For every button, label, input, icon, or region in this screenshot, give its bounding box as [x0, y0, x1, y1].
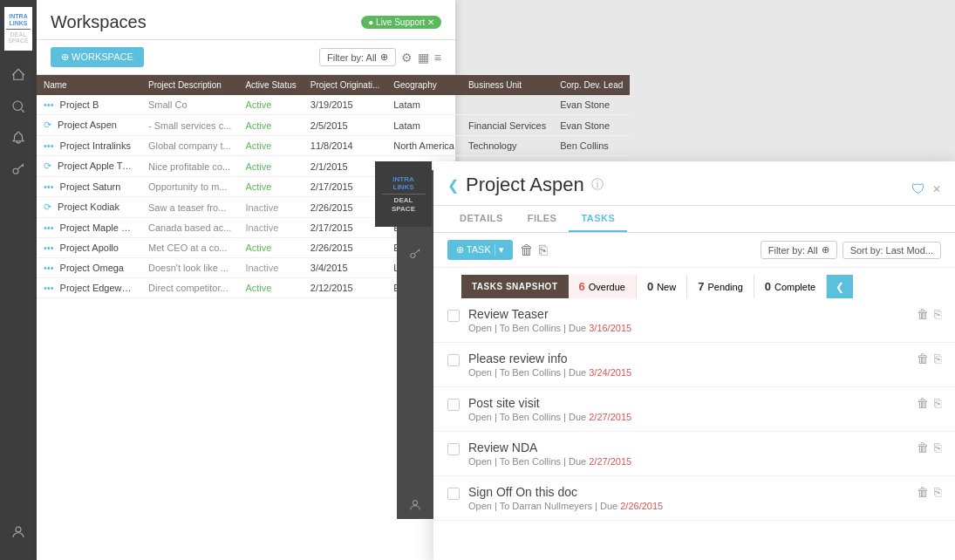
task-name: Review NDA: [468, 440, 908, 454]
rs-user-icon[interactable]: [401, 491, 429, 519]
cell-date: 2/26/2015: [304, 238, 386, 258]
task-meta: Open | To Ben Collins | Due 3/16/2015: [468, 323, 908, 333]
task-delete-icon[interactable]: 🗑: [917, 396, 929, 410]
project-tabs: DETAILS FILES TASKS: [433, 206, 955, 233]
cell-geo: North America: [386, 136, 461, 156]
tab-files[interactable]: FILES: [515, 206, 570, 232]
cell-status: Inactive: [238, 218, 303, 238]
user-icon[interactable]: [4, 518, 32, 546]
grid-icon[interactable]: ▦: [418, 51, 429, 65]
copy-icon[interactable]: ⎘: [539, 242, 548, 258]
live-support-badge[interactable]: ● Live Support ✕: [361, 16, 441, 29]
project-panel: ❮ Project Aspen ⓘ 🛡 ✕ DETAILS FILES TASK…: [433, 161, 955, 560]
add-workspace-button[interactable]: ⊕ WORKSPACE: [51, 47, 144, 67]
cell-date: 2/5/2015: [304, 115, 386, 136]
bell-icon[interactable]: [4, 124, 32, 152]
svg-point-8: [411, 253, 415, 257]
task-snapshot: TASKS SNAPSHOT 6 Overdue 0 New 7 Pending…: [447, 275, 941, 298]
task-meta: Open | To Ben Collins | Due 2/27/2015: [468, 456, 908, 467]
col-name: Name: [37, 75, 141, 95]
rs-key-icon[interactable]: [401, 240, 429, 268]
cell-status: Active: [238, 238, 303, 258]
task-checkbox[interactable]: [447, 399, 460, 411]
cell-desc: Global company t...: [141, 136, 238, 156]
table-row[interactable]: ••• Project Intralinks Global company t.…: [37, 136, 630, 156]
cell-date: 2/12/2015: [304, 278, 386, 298]
col-status: Active Status: [238, 75, 303, 95]
trash-icon[interactable]: 🗑: [520, 242, 534, 258]
task-delete-icon[interactable]: 🗑: [917, 352, 929, 365]
task-copy-icon[interactable]: ⎘: [934, 307, 941, 321]
col-lead: Corp. Dev. Lead: [553, 75, 630, 95]
cell-desc: - Small services c...: [141, 115, 238, 136]
cell-bu: [461, 95, 553, 115]
task-delete-icon[interactable]: 🗑: [917, 307, 929, 321]
tab-details[interactable]: DETAILS: [447, 206, 515, 232]
cell-date: 11/8/2014: [304, 136, 386, 156]
info-icon[interactable]: ⓘ: [591, 177, 604, 193]
tab-tasks[interactable]: TASKS: [569, 206, 627, 232]
task-list: Review Teaser Open | To Ben Collins | Du…: [433, 298, 955, 560]
key-icon[interactable]: [4, 155, 32, 183]
task-copy-icon[interactable]: ⎘: [934, 352, 941, 365]
task-copy-icon[interactable]: ⎘: [934, 440, 941, 454]
cell-date: 2/1/2015: [304, 156, 386, 177]
task-snapshot-wrapper: TASKS SNAPSHOT 6 Overdue 0 New 7 Pending…: [433, 268, 955, 298]
task-checkbox[interactable]: [447, 488, 460, 500]
back-button[interactable]: ❮: [447, 177, 459, 194]
task-name: Sign Off On this doc: [468, 485, 908, 499]
task-delete-icon[interactable]: 🗑: [917, 485, 929, 499]
snapshot-complete: 0 Complete: [754, 275, 827, 298]
cell-name: ••• Project B: [37, 95, 141, 115]
task-sort-select[interactable]: Sort by: Last Mod...: [842, 242, 941, 259]
cell-status: Active: [238, 278, 303, 298]
task-checkbox[interactable]: [447, 443, 460, 455]
cell-status: Inactive: [238, 197, 303, 218]
task-name: Post site visit: [468, 396, 908, 410]
col-geo: Geography: [386, 75, 461, 95]
close-icon[interactable]: ✕: [932, 183, 941, 195]
new-count: 0: [647, 280, 653, 293]
task-delete-icon[interactable]: 🗑: [917, 440, 929, 454]
filter-bar: Filter by: All ⊕ ⚙ ▦ ≡: [319, 48, 441, 66]
svg-line-1: [21, 109, 24, 112]
cell-lead: Evan Stone: [553, 115, 630, 136]
snapshot-toggle[interactable]: ❮: [827, 275, 853, 298]
task-copy-icon[interactable]: ⎘: [934, 396, 941, 410]
cell-name: ⟳ Project Aspen: [37, 115, 141, 136]
task-filter-select[interactable]: Filter by: All ⊕: [761, 241, 837, 259]
col-desc: Project Description: [141, 75, 238, 95]
table-row[interactable]: ••• Project B Small Co Active 3/19/2015 …: [37, 95, 630, 115]
search-icon[interactable]: [4, 92, 32, 120]
snapshot-pending: 7 Pending: [687, 275, 754, 298]
settings-icon[interactable]: ⚙: [401, 51, 413, 65]
table-row[interactable]: ⟳ Project Aspen - Small services c... Ac…: [37, 115, 630, 136]
app-logo: INTRA LINKS DEAL SPACE: [4, 7, 32, 51]
cell-date: 2/26/2015: [304, 197, 386, 218]
task-checkbox[interactable]: [447, 310, 460, 322]
cell-desc: Direct competitor...: [141, 278, 238, 298]
add-task-button[interactable]: ⊕ TASK ▾: [447, 240, 513, 260]
project-toolbar: ⊕ TASK ▾ 🗑 ⎘ Filter by: All ⊕ Sort by: L…: [433, 233, 955, 268]
overlay-logo: INTRA LINKS DEAL SPACE: [375, 161, 432, 227]
task-actions: 🗑 ⎘: [917, 485, 941, 499]
workspaces-header: Workspaces ● Live Support ✕: [37, 0, 455, 40]
project-header-right: 🛡 ✕: [911, 181, 941, 197]
shield-icon[interactable]: 🛡: [911, 181, 925, 197]
list-icon[interactable]: ≡: [434, 51, 441, 65]
task-actions: 🗑 ⎘: [917, 396, 941, 410]
task-dropdown-arrow[interactable]: ▾: [495, 244, 504, 256]
cell-geo: Latam: [386, 95, 461, 115]
cell-name: ••• Project Apollo: [37, 238, 141, 258]
task-copy-icon[interactable]: ⎘: [934, 485, 941, 499]
workspaces-panel: Workspaces ● Live Support ✕ ⊕ WORKSPACE …: [37, 0, 455, 560]
filter-select[interactable]: Filter by: All ⊕: [319, 48, 396, 66]
task-checkbox[interactable]: [447, 354, 460, 366]
col-bu: Business Unit: [461, 75, 553, 95]
cell-desc: Met CEO at a co...: [141, 238, 238, 258]
task-item: Please review info Open | To Ben Collins…: [433, 343, 955, 387]
task-meta: Open | To Darran Nullmeyers | Due 2/26/2…: [468, 501, 908, 511]
home-icon[interactable]: [4, 61, 32, 89]
cell-name: ••• Project Maple Leaf: [37, 218, 141, 238]
project-title-row: ❮ Project Aspen ⓘ: [447, 174, 604, 205]
